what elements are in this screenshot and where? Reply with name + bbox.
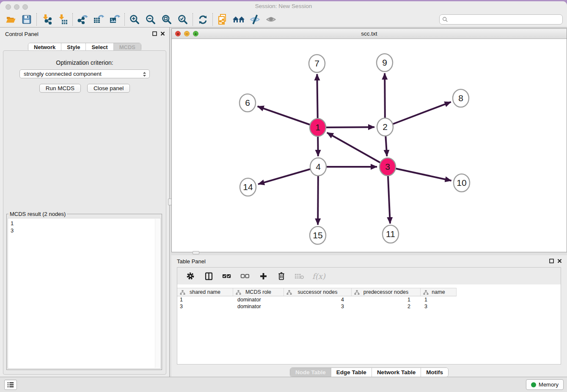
graph-edge-3-1[interactable]: [327, 133, 388, 167]
column-header-successor-nodes[interactable]: successor nodes: [284, 288, 352, 296]
show-columns-button[interactable]: [203, 271, 214, 282]
table-settings-button[interactable]: [185, 271, 196, 282]
import-table-button[interactable]: [55, 13, 71, 26]
export-image-button[interactable]: [107, 13, 123, 26]
graph-node-11[interactable]: 11: [383, 225, 399, 243]
show-networks-button[interactable]: [231, 13, 247, 26]
apply-layout-button[interactable]: [195, 13, 211, 26]
column-header-name[interactable]: name: [421, 288, 457, 296]
graph-edge-3-10[interactable]: [388, 167, 451, 181]
tab-node-table[interactable]: Node Table: [290, 368, 331, 377]
export-table-icon: [93, 14, 105, 25]
visibility-button[interactable]: [263, 13, 279, 26]
node-table: f(x) shared nameMCDS rolesuccessor nodes…: [177, 267, 561, 364]
graph-node-4[interactable]: 4: [310, 158, 326, 176]
memory-button[interactable]: Memory: [526, 379, 564, 390]
zoom-out-button[interactable]: [143, 13, 159, 26]
table-cell[interactable]: dominator: [233, 304, 284, 310]
close-panel-icon[interactable]: [557, 259, 562, 263]
optimization-select[interactable]: strongly connected component: [19, 69, 150, 78]
table-cell[interactable]: 1: [421, 297, 457, 304]
graph-node-14[interactable]: 14: [240, 178, 256, 196]
save-session-button[interactable]: [19, 13, 35, 26]
task-history-button[interactable]: [4, 380, 17, 390]
table-cell[interactable]: 3: [177, 304, 233, 310]
table-row[interactable]: 3dominator323: [177, 304, 561, 310]
result-scrollbar[interactable]: [155, 219, 160, 368]
network-minimize-button[interactable]: −: [184, 31, 190, 36]
clone-network-icon: [217, 14, 228, 25]
graph-node-6[interactable]: 6: [239, 94, 256, 112]
run-mcds-button[interactable]: Run MCDS: [39, 84, 81, 93]
memory-label: Memory: [539, 381, 559, 388]
toolbar-separator: [36, 13, 37, 26]
table-cell[interactable]: 3: [421, 304, 457, 310]
graph-node-7[interactable]: 7: [309, 55, 325, 72]
delete-columns-button[interactable]: [276, 271, 287, 282]
clone-network-button[interactable]: [215, 13, 231, 26]
graph-node-label: 8: [458, 93, 463, 103]
table-cell[interactable]: 1: [352, 297, 421, 304]
zoom-in-button[interactable]: [127, 13, 143, 26]
tab-network-table[interactable]: Network Table: [372, 368, 421, 377]
graph-node-15[interactable]: 15: [310, 226, 326, 244]
graph-node-10[interactable]: 10: [454, 174, 470, 192]
table-cell[interactable]: 1: [177, 297, 233, 304]
zoom-fit-button[interactable]: [159, 13, 175, 26]
select-all-columns-button[interactable]: [221, 271, 232, 282]
search-input[interactable]: [448, 15, 562, 24]
column-header-label: name: [432, 289, 445, 295]
hide-style-button[interactable]: [247, 13, 263, 26]
float-panel-icon[interactable]: [549, 259, 554, 263]
close-panel-icon[interactable]: [160, 31, 165, 36]
graph-edge-2-8[interactable]: [385, 102, 451, 127]
function-builder-button[interactable]: f(x): [312, 272, 325, 281]
deselect-all-columns-button[interactable]: [239, 271, 250, 282]
export-network-button[interactable]: [74, 13, 91, 26]
horizontal-splitter-handle[interactable]: [193, 251, 199, 254]
import-network-button[interactable]: [39, 13, 55, 26]
table-rows: 1dominator4113dominator323: [177, 297, 561, 310]
column-header-label: predecessor nodes: [363, 289, 408, 295]
mcds-pane: Optimization criterion: strongly connect…: [3, 50, 166, 375]
tab-edge-table[interactable]: Edge Table: [331, 368, 372, 377]
open-session-button[interactable]: [3, 13, 19, 26]
toolbar-separator: [124, 13, 125, 26]
network-canvas[interactable]: 7968124314101511: [172, 39, 567, 252]
network-titlebar[interactable]: scc.txt ×−+: [172, 29, 567, 39]
graph-node-1[interactable]: 1: [310, 119, 326, 136]
delete-table-button[interactable]: [294, 271, 305, 282]
zoom-fit-icon: [161, 14, 172, 25]
graph-node-3[interactable]: 3: [380, 158, 396, 176]
graph-edge-1-6[interactable]: [258, 106, 318, 127]
graph-node-label: 6: [245, 98, 250, 108]
mcds-result-text[interactable]: 13: [8, 218, 161, 369]
close-panel-button[interactable]: Close panel: [87, 84, 130, 93]
float-panel-icon[interactable]: [152, 31, 157, 36]
network-zoom-button[interactable]: +: [193, 31, 198, 36]
visibility-icon: [265, 14, 277, 25]
graph-node-label: 14: [243, 182, 253, 192]
tab-motifs[interactable]: Motifs: [421, 368, 448, 377]
table-cell[interactable]: 3: [284, 304, 352, 310]
network-close-button[interactable]: ×: [175, 31, 181, 36]
main-toolbar: [0, 12, 567, 28]
table-cell[interactable]: dominator: [233, 297, 284, 304]
window-title: Session: New Session: [0, 3, 567, 9]
graph-node-9[interactable]: 9: [377, 54, 393, 72]
column-type-icon: [180, 290, 185, 295]
graph-node-2[interactable]: 2: [377, 118, 393, 136]
control-panel: Control Panel NetworkStyleSelectMCDS Opt…: [0, 28, 170, 378]
table-row[interactable]: 1dominator411: [177, 297, 561, 304]
table-cell[interactable]: 4: [284, 297, 352, 304]
create-column-button[interactable]: [258, 271, 269, 282]
network-graph[interactable]: 7968124314101511: [172, 39, 567, 252]
column-header-predecessor-nodes[interactable]: predecessor nodes: [352, 288, 421, 296]
graph-node-8[interactable]: 8: [453, 89, 469, 107]
graph-edge-4-14[interactable]: [258, 167, 318, 184]
column-header-MCDS-role[interactable]: MCDS role: [233, 288, 284, 296]
table-cell[interactable]: 2: [352, 304, 421, 310]
column-header-shared-name[interactable]: shared name: [177, 288, 233, 296]
export-table-button[interactable]: [91, 13, 107, 26]
zoom-selected-button[interactable]: [175, 13, 191, 26]
